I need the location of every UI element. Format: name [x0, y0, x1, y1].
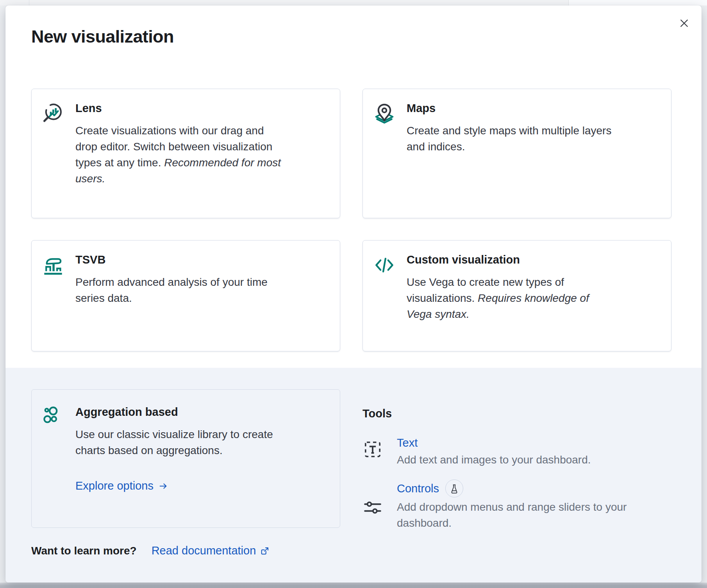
- tool-text-row: Text Add text and images to your dashboa…: [362, 435, 671, 468]
- text-tool-link[interactable]: Text: [397, 437, 418, 449]
- close-button[interactable]: [675, 14, 693, 32]
- card-title: Lens: [75, 101, 284, 116]
- close-icon: [679, 18, 689, 29]
- card-title: TSVB: [75, 252, 284, 267]
- tool-description: Add dropdown menus and range sliders to …: [397, 499, 649, 531]
- new-visualization-modal: New visualization Lens Create: [5, 5, 702, 583]
- page-behind-modal-top-right: [569, 0, 707, 5]
- tool-description: Add text and images to your dashboard.: [397, 452, 591, 468]
- arrow-right-icon: [159, 482, 168, 490]
- sliders-icon: [362, 497, 383, 531]
- card-aggregation-based[interactable]: Aggregation based Use our classic visual…: [31, 389, 340, 528]
- code-brackets-icon: [373, 254, 396, 339]
- tools-panel: Tools Text Add text and images to your d…: [362, 389, 671, 531]
- card-description: Create and style maps with multiple laye…: [407, 123, 616, 155]
- read-documentation-link[interactable]: Read documentation: [152, 544, 270, 557]
- card-title: Aggregation based: [75, 404, 284, 419]
- map-pin-layers-icon: [373, 102, 396, 206]
- learn-more-text: Want to learn more?: [31, 545, 137, 557]
- card-title: Maps: [407, 101, 616, 116]
- explore-options-link[interactable]: Explore options: [75, 479, 168, 492]
- secondary-options-section: Aggregation based Use our classic visual…: [5, 368, 702, 583]
- cluster-circles-icon: [42, 405, 64, 516]
- page-divider: [29, 0, 29, 5]
- card-description: Perform advanced analysis of your time s…: [75, 274, 284, 306]
- card-custom-visualization[interactable]: Custom visualization Use Vega to create …: [362, 240, 671, 351]
- card-lens[interactable]: Lens Create visualizations with our drag…: [31, 89, 340, 218]
- text-frame-icon: [362, 439, 383, 468]
- card-description: Use Vega to create new types of visualiz…: [407, 274, 616, 322]
- tool-controls-row: Controls Add dropdown menus and range sl…: [362, 479, 671, 531]
- page-divider: [568, 0, 569, 5]
- tools-heading: Tools: [362, 406, 671, 421]
- card-description: Use our classic visualize library to cre…: [75, 426, 284, 458]
- visualization-type-list: Lens Create visualizations with our drag…: [31, 89, 671, 351]
- magnifier-with-chart-icon: [42, 102, 64, 206]
- beaker-lab-badge: [445, 479, 463, 497]
- modal-title: New visualization: [31, 26, 174, 48]
- card-description: Create visualizations with our drag and …: [75, 123, 284, 187]
- time-series-builder-icon: [42, 254, 64, 339]
- external-link-icon: [260, 546, 270, 556]
- card-title: Custom visualization: [407, 252, 616, 267]
- controls-tool-link[interactable]: Controls: [397, 481, 439, 496]
- card-tsvb[interactable]: TSVB Perform advanced analysis of your t…: [31, 240, 340, 351]
- page-behind-modal-bottom: [0, 583, 707, 588]
- modal-footer: Want to learn more? Read documentation: [31, 544, 270, 557]
- card-maps[interactable]: Maps Create and style maps with multiple…: [362, 89, 671, 218]
- page-behind-modal-top: [0, 0, 707, 5]
